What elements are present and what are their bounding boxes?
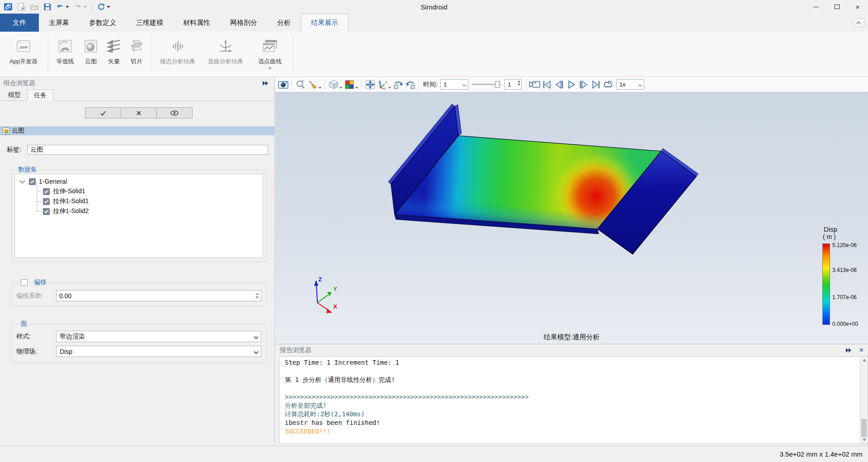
clear-button[interactable]: [307, 78, 319, 90]
refresh-dropdown-arrow[interactable]: [107, 6, 110, 8]
buckling-results-button[interactable]: 屈曲分析结果: [202, 32, 250, 75]
tree-item-root[interactable]: 1-General: [15, 176, 263, 186]
tab-analysis[interactable]: 分析: [267, 14, 301, 32]
axis-triad: Z Y X: [311, 272, 369, 322]
tree-item[interactable]: 拉伸-Solid1: [15, 186, 263, 196]
frame-spinner[interactable]: 1: [505, 79, 522, 90]
redo-button[interactable]: [73, 1, 88, 12]
scroll-down-arrow[interactable]: [863, 438, 866, 441]
slider-thumb[interactable]: [495, 81, 500, 88]
time-slider[interactable]: [472, 79, 501, 90]
tree-item[interactable]: 拉伸1-Solid2: [15, 206, 263, 216]
toolbar-separator: [325, 79, 325, 90]
modal-results-button[interactable]: 模态分析结果: [154, 32, 202, 75]
panel-tabs: 模型 任务: [0, 90, 274, 101]
loop-button[interactable]: [602, 78, 614, 90]
tab-home[interactable]: 主屏幕: [39, 14, 79, 32]
refresh-button[interactable]: [96, 1, 111, 12]
toolbar-separator: [92, 3, 92, 11]
save-button[interactable]: [42, 1, 52, 12]
dataset-legend: 数据集: [16, 166, 39, 174]
scroll-up-arrow[interactable]: [863, 359, 866, 362]
checkbox-checked-icon[interactable]: [43, 208, 50, 215]
cancel-button[interactable]: [121, 107, 157, 119]
ribbon-collapse-button[interactable]: [854, 18, 864, 27]
iso-view-button[interactable]: [327, 78, 340, 90]
offset-checkbox[interactable]: [21, 279, 28, 286]
tab-parameters[interactable]: 参数定义: [79, 14, 126, 32]
record-animation-button[interactable]: [529, 78, 541, 90]
tab-task[interactable]: 任务: [27, 90, 53, 101]
tab-file[interactable]: 文件: [0, 14, 39, 32]
offset-coef-input[interactable]: [56, 290, 261, 301]
legend-unit: ( m ): [823, 233, 867, 240]
maximize-button[interactable]: [826, 0, 847, 14]
triad-y-label: Y: [333, 286, 337, 292]
cloud-plot-button[interactable]: 云图: [79, 32, 103, 75]
new-file-button[interactable]: [16, 1, 26, 12]
tab-material[interactable]: 材料属性: [173, 14, 220, 32]
triad-x-label: X: [333, 303, 337, 310]
contour-line-button[interactable]: 等值线: [51, 32, 79, 75]
log-scrollbar[interactable]: [860, 357, 868, 443]
play-button[interactable]: [566, 78, 578, 90]
app-developer-button[interactable]: APP App开发器: [2, 32, 45, 75]
zoom-select-button[interactable]: [294, 78, 307, 90]
preview-button[interactable]: [156, 107, 193, 119]
undo-dropdown-arrow[interactable]: [66, 6, 69, 8]
spinner-arrows[interactable]: [253, 291, 261, 301]
axis-orientation-button[interactable]: ZYx: [376, 78, 388, 90]
skip-first-button[interactable]: [541, 78, 553, 90]
fit-view-button[interactable]: [364, 78, 376, 90]
buckling-results-icon: [218, 36, 233, 56]
vector-button[interactable]: 矢量: [103, 32, 125, 75]
chevron-down-icon[interactable]: [319, 87, 321, 89]
spinner-arrows[interactable]: [518, 81, 520, 86]
checkbox-checked-icon[interactable]: [43, 188, 50, 195]
scrollbar-thumb[interactable]: [861, 419, 867, 437]
model-dimensions: 3.5e+02 mm x 1.4e+02 mm: [780, 450, 863, 458]
snapshot-button[interactable]: [277, 78, 289, 90]
apply-button[interactable]: [85, 107, 121, 119]
viewport-3d[interactable]: Z Y X Disp ( m ) 5.120e-06 3.413e-06 1.7…: [275, 92, 868, 344]
tab-model[interactable]: 模型: [2, 90, 27, 100]
tab-modeling[interactable]: 三维建模: [126, 14, 173, 32]
tab-results[interactable]: 结果展示: [301, 14, 349, 32]
checkbox-checked-icon[interactable]: [29, 178, 36, 185]
slice-button[interactable]: 切片: [125, 32, 148, 75]
chevron-down-icon[interactable]: [340, 87, 342, 89]
report-close-button[interactable]: ×: [859, 347, 863, 354]
colormap-button[interactable]: [343, 78, 355, 90]
minimize-button[interactable]: [806, 0, 826, 14]
toolbar-separator: [419, 79, 419, 90]
report-collapse-button[interactable]: [845, 348, 852, 353]
physical-field-select[interactable]: Disp: [56, 346, 261, 357]
tree-expander-icon[interactable]: [19, 178, 25, 184]
undo-button[interactable]: [55, 1, 70, 12]
point-curve-button[interactable]: 选点曲线: [250, 32, 290, 75]
panel-collapse-button[interactable]: [262, 81, 269, 86]
legend-title: Disp: [824, 225, 867, 233]
chevron-down-icon[interactable]: [388, 87, 391, 89]
time-select[interactable]: 1: [440, 79, 468, 90]
chevron-down-icon[interactable]: [355, 87, 358, 89]
chevron-down-icon[interactable]: [268, 67, 272, 70]
next-frame-button[interactable]: [578, 78, 590, 90]
tab-mesh[interactable]: 网格剖分: [220, 14, 267, 32]
report-browser-panel: 报告浏览器 × Step Time: 1 Increment Time: 1 第…: [275, 344, 868, 446]
skip-last-button[interactable]: [590, 78, 602, 90]
redo-dropdown-arrow[interactable]: [83, 6, 87, 8]
style-select[interactable]: 带边渲染: [56, 331, 261, 342]
rotate-cw-button[interactable]: [392, 78, 404, 90]
label-input[interactable]: [27, 145, 268, 155]
checkbox-checked-icon[interactable]: [43, 198, 50, 205]
rotate-ccw-button[interactable]: [404, 78, 416, 90]
tree-item[interactable]: 拉伸1-Solid1: [15, 196, 263, 206]
toolbar-separator: [361, 79, 362, 90]
open-file-button[interactable]: [29, 1, 40, 12]
playback-speed-select[interactable]: 1x: [616, 79, 644, 90]
chevron-down-icon: [638, 83, 642, 86]
close-button[interactable]: ×: [847, 0, 868, 14]
report-log-area[interactable]: Step Time: 1 Increment Time: 1 第 1 步分析（通…: [279, 356, 868, 444]
prev-frame-button[interactable]: [553, 78, 566, 90]
